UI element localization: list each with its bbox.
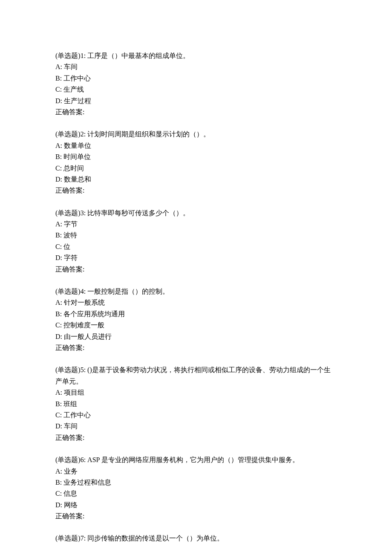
option-c: C: 生产线 <box>55 84 337 95</box>
answer-label: 正确答案: <box>55 264 337 275</box>
question-stem: (单选题)5: ()是基于设备和劳动力状况，将执行相同或相似工序的设备、劳动力组… <box>55 364 337 387</box>
option-b: B: 班组 <box>55 399 337 410</box>
answer-label: 正确答案: <box>55 511 337 522</box>
question-stem: (单选题)2: 计划时间周期是组织和显示计划的（）。 <box>55 129 337 140</box>
option-b: B: 时间单位 <box>55 151 337 162</box>
option-a: A: 字节 <box>55 219 337 230</box>
option-c: C: 总时间 <box>55 163 337 174</box>
question-stem: (单选题)6: ASP 是专业的网络应用服务机构，它为用户的（）管理提供集中服务… <box>55 454 337 465</box>
question-4: (单选题)4: 一般控制是指（）的控制。 A: 针对一般系统 B: 各个应用系统… <box>55 286 337 353</box>
option-a: A: 项目组 <box>55 387 337 398</box>
option-d: D: 由一般人员进行 <box>55 331 337 342</box>
option-b: B: 业务过程和信息 <box>55 477 337 488</box>
question-2: (单选题)2: 计划时间周期是组织和显示计划的（）。 A: 数量单位 B: 时间… <box>55 129 337 196</box>
option-a: A: 数量单位 <box>55 140 337 151</box>
option-d: D: 生产过程 <box>55 95 337 107</box>
answer-label: 正确答案: <box>55 107 337 118</box>
answer-label: 正确答案: <box>55 432 337 443</box>
option-d: D: 数量总和 <box>55 174 337 185</box>
option-d: D: 车间 <box>55 421 337 432</box>
question-3: (单选题)3: 比特率即每秒可传送多少个（）。 A: 字节 B: 波特 C: 位… <box>55 208 337 275</box>
question-stem: (单选题)1: 工序是（）中最基本的组成单位。 <box>55 50 337 61</box>
option-a: A: 针对一般系统 <box>55 297 337 308</box>
option-b: B: 工作中心 <box>55 73 337 84</box>
option-d: D: 网络 <box>55 500 337 511</box>
question-stem: (单选题)7: 同步传输的数据的传送是以一个（）为单位。 <box>55 533 337 544</box>
option-d: D: 字符 <box>55 252 337 263</box>
option-b: B: 波特 <box>55 230 337 241</box>
question-1: (单选题)1: 工序是（）中最基本的组成单位。 A: 车间 B: 工作中心 C:… <box>55 50 337 118</box>
question-5: (单选题)5: ()是基于设备和劳动力状况，将执行相同或相似工序的设备、劳动力组… <box>55 364 337 443</box>
option-c: C: 工作中心 <box>55 410 337 421</box>
document-page: (单选题)1: 工序是（）中最基本的组成单位。 A: 车间 B: 工作中心 C:… <box>0 0 392 555</box>
answer-label: 正确答案: <box>55 185 337 196</box>
option-a: A: 车间 <box>55 61 337 72</box>
question-6: (单选题)6: ASP 是专业的网络应用服务机构，它为用户的（）管理提供集中服务… <box>55 454 337 522</box>
question-7: (单选题)7: 同步传输的数据的传送是以一个（）为单位。 <box>55 533 337 544</box>
answer-label: 正确答案: <box>55 342 337 353</box>
option-c: C: 位 <box>55 241 337 252</box>
question-stem: (单选题)3: 比特率即每秒可传送多少个（）。 <box>55 208 337 219</box>
option-b: B: 各个应用系统均通用 <box>55 309 337 320</box>
option-c: C: 信息 <box>55 488 337 499</box>
question-stem: (单选题)4: 一般控制是指（）的控制。 <box>55 286 337 297</box>
option-a: A: 业务 <box>55 466 337 477</box>
option-c: C: 控制难度一般 <box>55 320 337 331</box>
